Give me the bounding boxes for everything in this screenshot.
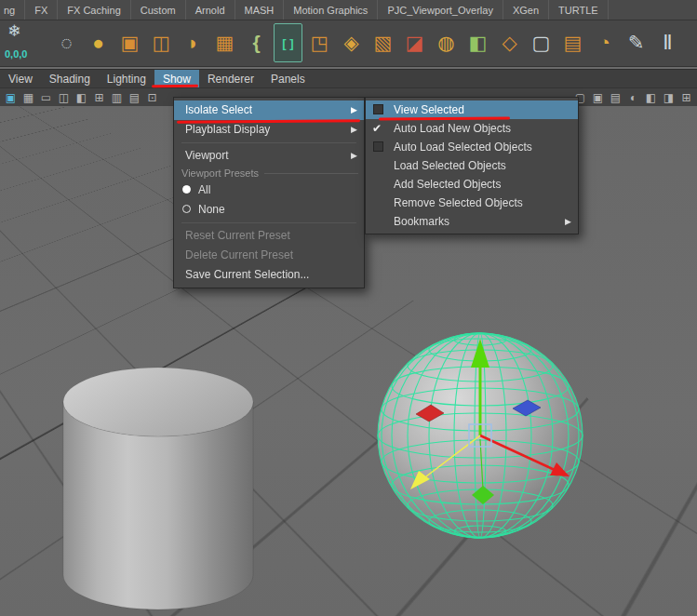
shelf-tab-fx-caching[interactable]: FX Caching xyxy=(58,0,130,20)
snowflake-icon: ❄ xyxy=(7,21,20,41)
sphere-quarter-icon[interactable]: ◔ xyxy=(590,23,619,62)
menu-item-label: Save Current Selection... xyxy=(185,268,309,281)
panel-menu-view[interactable]: View xyxy=(0,70,41,87)
menu-item-delete-current-preset: Delete Current Preset xyxy=(174,246,364,265)
menu-item-reset-current-preset: Reset Current Preset xyxy=(174,226,364,246)
menu-item-label: Bookmarks xyxy=(394,215,449,228)
menu-item-remove-selected-objects[interactable]: Remove Selected Objects xyxy=(366,194,578,212)
menu-item-label: Playblast Display xyxy=(185,123,270,136)
menu-section-label: Viewport Presets xyxy=(181,166,259,181)
iso-cube-icon[interactable]: ▧ xyxy=(369,23,397,62)
menu-item-bookmarks[interactable]: Bookmarks ▶ xyxy=(366,212,578,231)
menu-separator xyxy=(181,222,356,223)
poly-cube-split-icon[interactable]: ◫ xyxy=(147,23,176,62)
checkbox-unchecked-icon xyxy=(373,141,383,152)
cube-export-icon[interactable]: ◳ xyxy=(305,23,334,62)
bracket-frame-icon[interactable]: [ ] xyxy=(274,23,302,62)
ao-icon[interactable]: ◨ xyxy=(661,90,677,105)
menu-section-viewport-presets: Viewport Presets xyxy=(174,166,364,181)
menu-item-add-selected-objects[interactable]: Add Selected Objects xyxy=(366,175,578,194)
menu-item-label: View Selected xyxy=(394,103,464,116)
selection-frame-icon[interactable]: ▢ xyxy=(527,23,556,62)
film-gate-icon[interactable]: ▭ xyxy=(38,90,54,105)
frame-all-icon[interactable]: ⊡ xyxy=(144,90,160,105)
radio-selected-icon xyxy=(182,185,191,194)
menu-item-label: Isolate Select xyxy=(185,103,252,116)
menu-item-save-current-selection[interactable]: Save Current Selection... xyxy=(174,265,364,285)
shelf-tab-custom[interactable]: Custom xyxy=(131,0,186,20)
textured-mode-icon[interactable]: ▤ xyxy=(608,90,623,105)
poly-lattice-icon[interactable]: ▦ xyxy=(210,23,239,62)
menu-item-label: All xyxy=(198,183,210,196)
menu-item-load-selected-objects[interactable]: Load Selected Objects xyxy=(366,156,578,175)
submenu-arrow-icon: ▶ xyxy=(351,100,357,120)
camera-view-icon[interactable]: ▣ xyxy=(3,90,19,105)
gate-mask-icon[interactable]: ◧ xyxy=(74,90,89,105)
shelf-tab-pjc-viewport-overlay[interactable]: PJC_Viewport_Overlay xyxy=(378,0,503,20)
double-diamond-icon[interactable]: ◇ xyxy=(495,23,524,62)
shelf-tab-xgen[interactable]: XGen xyxy=(503,0,549,20)
panel-menu-renderer[interactable]: Renderer xyxy=(199,70,262,87)
menu-item-label: Viewport xyxy=(185,149,228,162)
diamond-stack-icon[interactable]: ◈ xyxy=(337,23,366,62)
shelf-tab-turtle[interactable]: TURTLE xyxy=(549,0,609,20)
menu-item-isolate-select[interactable]: Isolate Select ▶ xyxy=(174,100,364,120)
cube-shaded-icon[interactable]: ▤ xyxy=(558,23,587,62)
menu-item-all[interactable]: All xyxy=(174,181,364,200)
menu-item-label: Auto Load Selected Objects xyxy=(394,141,532,154)
menu-item-viewport[interactable]: Viewport ▶ xyxy=(174,146,364,166)
shelf-tab-arnold[interactable]: Arnold xyxy=(186,0,235,20)
clamp-icon[interactable]: Ⅱ xyxy=(653,23,682,62)
motion-blur-icon[interactable]: ⊞ xyxy=(678,90,694,105)
menu-item-label: Auto Load New Objects xyxy=(394,122,511,135)
menu-separator xyxy=(181,142,356,143)
checkbox-unchecked-icon xyxy=(373,104,383,114)
shelf-tab-mash[interactable]: MASH xyxy=(235,0,285,20)
select-circle-icon[interactable]: ◌ xyxy=(52,23,81,62)
menu-item-auto-load-new-objects[interactable]: ✔ Auto Load New Objects xyxy=(366,119,578,138)
lighting-mode-icon[interactable]: ◐ xyxy=(625,90,641,105)
brace-left-icon[interactable]: { xyxy=(242,23,271,62)
field-chart-icon[interactable]: ⊞ xyxy=(91,90,107,105)
safe-title-icon[interactable]: ▤ xyxy=(127,90,142,105)
menu-item-label: Remove Selected Objects xyxy=(394,196,523,209)
safe-action-icon[interactable]: ▥ xyxy=(109,90,125,105)
viewport-toolbar-right: ▢ ▣ ▤ ◐ ◧ ◨ ⊞ xyxy=(572,90,694,105)
checkmark-icon: ✔ xyxy=(372,119,382,138)
menu-item-label: None xyxy=(198,203,225,216)
grid-toggle-icon[interactable]: ▦ xyxy=(20,90,36,105)
submenu-arrow-icon: ▶ xyxy=(351,146,357,166)
viewport-toolbar-left: ▣ ▦ ▭ ◫ ◧ ⊞ ▥ ▤ ⊡ xyxy=(3,90,160,105)
submenu-arrow-icon: ▶ xyxy=(351,120,357,140)
menu-item-label: Reset Current Preset xyxy=(185,229,290,242)
poly-cube-stack-icon[interactable]: ▣ xyxy=(115,23,144,62)
shelf-icon-row: ◌ ● ▣ ◫ ◗ ▦ { [ ] ◳ ◈ ▧ ◪ ◍ ◧ ◇ ▢ ▤ ◔ ✎ … xyxy=(52,23,682,62)
shadows-icon[interactable]: ◧ xyxy=(643,90,659,105)
menu-item-none[interactable]: None xyxy=(174,200,364,220)
panel-menu-shading[interactable]: Shading xyxy=(41,70,99,87)
shelf: ❄ 0,0,0 ◌ ● ▣ ◫ ◗ ▦ { [ ] ◳ ◈ ▧ ◪ ◍ ◧ ◇ … xyxy=(0,20,697,67)
menu-item-auto-load-selected-objects[interactable]: Auto Load Selected Objects xyxy=(366,138,578,156)
radio-unselected-icon xyxy=(182,205,191,213)
shelf-tab-bar: ng FX FX Caching Custom Arnold MASH Moti… xyxy=(0,0,697,20)
coordinate-display: 0,0,0 xyxy=(5,48,27,60)
poly-sphere-icon[interactable]: ● xyxy=(84,23,113,62)
cube-slice-icon[interactable]: ◪ xyxy=(400,23,429,62)
shaded-mode-icon[interactable]: ▣ xyxy=(590,90,606,105)
panel-menu-panels[interactable]: Panels xyxy=(262,70,314,87)
shelf-tab-rigging[interactable]: ng xyxy=(0,0,25,20)
shelf-tab-motion-graphics[interactable]: Motion Graphics xyxy=(284,0,378,20)
annotation-underline-show xyxy=(152,85,198,88)
panel-menu-bar: View Shading Lighting Show Renderer Pane… xyxy=(0,69,697,87)
show-menu: Isolate Select ▶ Playblast Display ▶ Vie… xyxy=(173,97,365,288)
cube-face-icon[interactable]: ◧ xyxy=(463,23,492,62)
submenu-arrow-icon: ▶ xyxy=(565,212,571,231)
resolution-gate-icon[interactable]: ◫ xyxy=(56,90,72,105)
wire-sphere-icon[interactable]: ◍ xyxy=(432,23,461,62)
cylinder-object[interactable] xyxy=(63,368,253,609)
menu-item-label: Load Selected Objects xyxy=(394,159,506,172)
shelf-tab-fx[interactable]: FX xyxy=(25,0,58,20)
panel-menu-lighting[interactable]: Lighting xyxy=(99,70,154,87)
pencil-icon[interactable]: ✎ xyxy=(622,23,650,62)
poly-cone-icon[interactable]: ◗ xyxy=(179,23,208,62)
